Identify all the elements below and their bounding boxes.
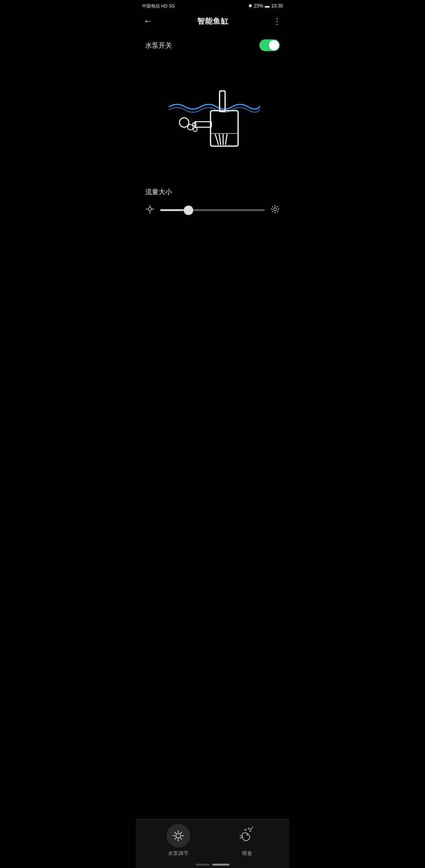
slider-section: 流量大小 <box>136 184 289 222</box>
svg-rect-2 <box>195 122 211 127</box>
svg-line-25 <box>272 211 273 212</box>
svg-line-4 <box>215 134 218 145</box>
svg-point-16 <box>148 208 152 211</box>
status-bar: 中国电信 HD 5G ✱ 23% ▬ 10:30 <box>136 0 289 11</box>
time-text: 10:30 <box>271 3 283 9</box>
bluetooth-icon: ✱ <box>248 3 252 9</box>
svg-line-23 <box>277 211 278 212</box>
pump-svg <box>157 67 268 178</box>
carrier-text: 中国电信 HD 5G <box>142 3 175 9</box>
battery-icon: ▬ <box>265 3 270 9</box>
battery-text: 23% <box>254 3 263 9</box>
svg-point-17 <box>274 208 277 211</box>
status-right: ✱ 23% ▬ 10:30 <box>248 3 283 9</box>
slider-row <box>145 204 280 216</box>
svg-line-22 <box>272 206 273 207</box>
pump-switch-row: 水泵开关 <box>136 33 289 57</box>
slider-thumb[interactable] <box>184 206 193 215</box>
flow-slider[interactable] <box>160 209 265 211</box>
pump-switch-label: 水泵开关 <box>145 41 172 50</box>
slider-label: 流量大小 <box>145 187 280 197</box>
svg-point-9 <box>179 118 189 127</box>
pump-toggle[interactable] <box>259 39 280 51</box>
svg-line-24 <box>277 206 278 207</box>
svg-point-11 <box>193 128 197 132</box>
svg-rect-0 <box>211 111 238 146</box>
svg-point-10 <box>188 124 193 130</box>
svg-line-5 <box>219 134 221 145</box>
more-button[interactable]: ⋮ <box>273 17 281 26</box>
flow-low-icon <box>145 204 155 216</box>
back-button[interactable]: ← <box>144 16 152 26</box>
pump-illustration <box>136 57 289 184</box>
svg-line-7 <box>225 134 227 145</box>
toggle-knob <box>269 40 279 50</box>
page-title: 智能鱼缸 <box>197 16 229 26</box>
header: ← 智能鱼缸 ⋮ <box>136 11 289 32</box>
flow-high-icon <box>270 204 280 216</box>
